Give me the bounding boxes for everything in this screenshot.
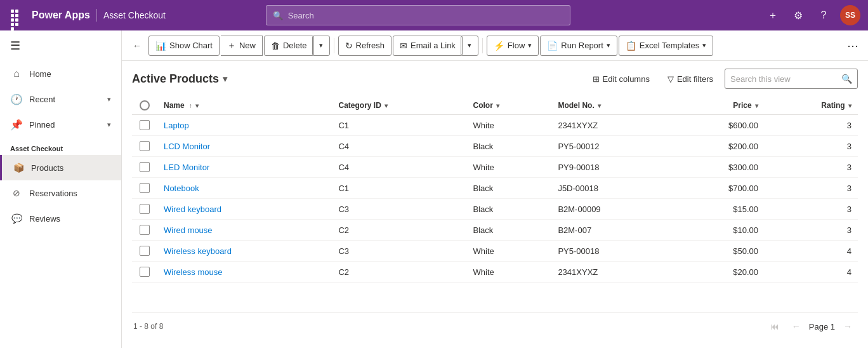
delete-button[interactable]: 🗑 Delete (264, 36, 314, 56)
next-page-button[interactable]: → (839, 318, 857, 335)
avatar[interactable]: SS (840, 5, 860, 25)
row-name-link-5[interactable]: Wired mouse (164, 225, 213, 235)
show-chart-label: Show Chart (169, 41, 213, 50)
table-row[interactable]: Wireless mouse C2 White 2341XYXZ $20.00 … (132, 262, 858, 283)
grid-menu-button[interactable] (8, 6, 25, 24)
cell-name-0[interactable]: Laptop (157, 115, 332, 136)
cell-color-6: White (467, 241, 552, 262)
row-checkbox-cell-5[interactable] (132, 220, 157, 241)
sidebar-item-reservations[interactable]: ⊘ Reservations (0, 180, 121, 206)
cell-modelno-5: B2M-007 (551, 220, 672, 241)
sidebar-item-pinned[interactable]: 📌 Pinned ▾ (0, 112, 121, 137)
refresh-label: Refresh (356, 41, 385, 50)
cell-name-5[interactable]: Wired mouse (157, 220, 332, 241)
sidebar-item-home[interactable]: ⌂ Home (0, 61, 121, 86)
cell-name-1[interactable]: LCD Monitor (157, 136, 332, 157)
help-button[interactable]: ? (815, 6, 832, 24)
cell-rating-7: 4 (765, 262, 858, 283)
table-row[interactable]: Wired keyboard C3 Black B2M-00009 $15.00… (132, 199, 858, 220)
more-options-button[interactable]: ⋯ (843, 36, 863, 56)
cell-category-1: C4 (332, 136, 466, 157)
row-checkbox-5[interactable] (140, 225, 150, 235)
table-row[interactable]: LCD Monitor C4 Black PY5-00012 $200.00 3 (132, 136, 858, 157)
edit-filters-button[interactable]: ▽ Edit filters (661, 69, 720, 89)
row-name-link-6[interactable]: Wireless keyboard (164, 246, 232, 256)
row-checkbox-0[interactable] (140, 120, 150, 130)
row-checkbox-3[interactable] (140, 183, 150, 193)
row-name-link-2[interactable]: LED Monitor (164, 163, 209, 172)
header-checkbox-cell[interactable] (132, 97, 157, 115)
excel-templates-button[interactable]: 📋 Excel Templates ▾ (619, 36, 713, 56)
row-checkbox-cell-3[interactable] (132, 178, 157, 199)
hamburger-menu[interactable]: ☰ (0, 30, 121, 61)
row-name-link-1[interactable]: LCD Monitor (164, 142, 210, 151)
view-search-input[interactable] (730, 74, 838, 84)
row-checkbox-7[interactable] (140, 267, 150, 277)
row-name-link-3[interactable]: Notebook (164, 184, 199, 193)
settings-button[interactable]: ⚙ (789, 6, 807, 24)
row-name-link-4[interactable]: Wired keyboard (164, 204, 221, 214)
email-dropdown-button[interactable]: ▾ (461, 36, 478, 56)
sidebar-item-products[interactable]: 📦 Products (0, 155, 121, 180)
col-header-price[interactable]: Price ▾ (673, 97, 765, 115)
table-row[interactable]: Laptop C1 White 2341XYXZ $600.00 3 (132, 115, 858, 136)
email-link-button[interactable]: ✉ Email a Link (393, 36, 463, 56)
edit-columns-button[interactable]: ⊞ Edit columns (586, 69, 656, 89)
row-checkbox-6[interactable] (140, 246, 150, 256)
row-checkbox-cell-0[interactable] (132, 115, 157, 136)
header-checkbox[interactable] (140, 100, 150, 110)
row-checkbox-4[interactable] (140, 204, 150, 214)
run-report-button[interactable]: 📄 Run Report ▾ (540, 36, 617, 56)
refresh-icon: ↻ (345, 41, 353, 51)
global-search[interactable]: 🔍 (266, 5, 570, 25)
show-chart-button[interactable]: 📊 Show Chart (148, 36, 220, 56)
cell-name-7[interactable]: Wireless mouse (157, 262, 332, 283)
row-checkbox-cell-1[interactable] (132, 136, 157, 157)
sidebar-products-label: Products (31, 163, 63, 173)
price-filter-icon: ▾ (755, 102, 758, 109)
row-checkbox-cell-2[interactable] (132, 157, 157, 178)
cell-name-3[interactable]: Notebook (157, 178, 332, 199)
row-checkbox-cell-6[interactable] (132, 241, 157, 262)
view-title-chevron-icon[interactable]: ▾ (223, 74, 227, 84)
row-checkbox-cell-4[interactable] (132, 199, 157, 220)
row-checkbox-2[interactable] (140, 162, 150, 172)
refresh-button[interactable]: ↻ Refresh (338, 36, 392, 56)
row-name-link-7[interactable]: Wireless mouse (164, 267, 222, 277)
add-button[interactable]: ＋ (764, 6, 782, 24)
rating-filter-icon: ▾ (848, 102, 852, 109)
table-row[interactable]: Notebook C1 Black J5D-00018 $700.00 3 (132, 178, 858, 199)
col-header-rating[interactable]: Rating ▾ (765, 97, 858, 115)
cell-name-4[interactable]: Wired keyboard (157, 199, 332, 220)
filter-icon: ▽ (667, 74, 674, 84)
row-checkbox-1[interactable] (140, 141, 150, 151)
col-header-category-id[interactable]: Category ID ▾ (332, 97, 466, 115)
col-header-name[interactable]: Name ↑ ▾ (157, 97, 332, 115)
delete-dropdown-button[interactable]: ▾ (312, 36, 330, 56)
cell-name-2[interactable]: LED Monitor (157, 157, 332, 178)
cell-name-6[interactable]: Wireless keyboard (157, 241, 332, 262)
first-page-button[interactable]: ⏮ (766, 318, 784, 335)
sidebar-item-recent[interactable]: 🕐 Recent ▾ (0, 86, 121, 112)
row-name-link-0[interactable]: Laptop (164, 121, 189, 130)
col-header-color[interactable]: Color ▾ (467, 97, 552, 115)
table-row[interactable]: Wireless keyboard C3 White PY5-00018 $50… (132, 241, 858, 262)
back-button[interactable]: ← (127, 36, 147, 56)
sidebar-item-reviews[interactable]: 💬 Reviews (0, 206, 121, 231)
view-search-icon: 🔍 (841, 74, 852, 84)
grid-icon (11, 10, 22, 21)
row-checkbox-cell-7[interactable] (132, 262, 157, 283)
view-search[interactable]: 🔍 (725, 69, 858, 89)
new-button[interactable]: ＋ New (221, 36, 263, 56)
table-row[interactable]: LED Monitor C4 White PY9-00018 $300.00 3 (132, 157, 858, 178)
cell-category-6: C3 (332, 241, 466, 262)
global-search-input[interactable] (288, 11, 563, 20)
prev-page-button[interactable]: ← (787, 318, 805, 335)
table-row[interactable]: Wired mouse C2 Black B2M-007 $10.00 3 (132, 220, 858, 241)
cell-color-5: Black (467, 220, 552, 241)
excel-chevron-icon: ▾ (702, 41, 706, 50)
table-header: Name ↑ ▾ Category ID ▾ Color ▾ (132, 97, 858, 115)
col-header-model-no[interactable]: Model No. ▾ (551, 97, 672, 115)
flow-button[interactable]: ⚡ Flow ▾ (487, 36, 539, 56)
delete-icon: 🗑 (271, 41, 280, 51)
